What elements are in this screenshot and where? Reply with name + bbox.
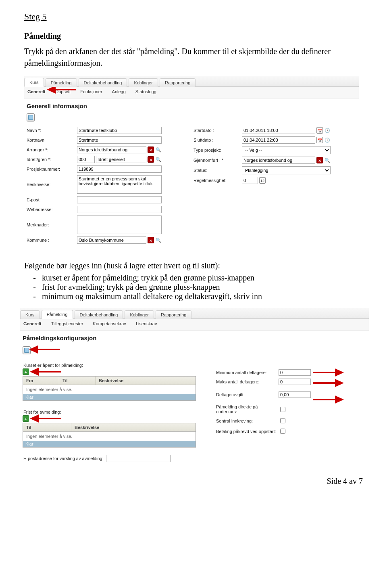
label-kortnavn: Kortnavn:	[27, 138, 77, 142]
mid-list: kurset er åpent for påmelding; trykk på …	[24, 273, 363, 301]
tab-rapportering[interactable]: Rapportering	[156, 310, 192, 319]
input-min-deltagere[interactable]	[279, 369, 311, 376]
label-navn: Navn *:	[27, 128, 77, 133]
tab-rapportering[interactable]: Rapportering	[160, 78, 196, 87]
input-epost[interactable]	[77, 196, 162, 203]
input-maks-deltagere[interactable]	[279, 379, 311, 385]
input-gjennomfort[interactable]	[242, 157, 315, 164]
tab-pamelding[interactable]: Påmelding	[42, 310, 73, 319]
clock-icon[interactable]	[324, 137, 331, 143]
input-avgift[interactable]	[279, 391, 311, 398]
sub-tabs-2: Generelt Tilleggstjenester Kompetansekra…	[20, 319, 369, 331]
input-web[interactable]	[77, 206, 162, 213]
calendar-icon[interactable]	[316, 127, 323, 134]
arrow-save	[29, 345, 60, 354]
input-arrangor[interactable]	[77, 146, 146, 153]
input-startdato[interactable]	[242, 127, 315, 134]
form-right: Startdato : Sluttdato : Type prosjekt: -…	[194, 127, 356, 244]
arrow-plus-1	[30, 368, 61, 376]
subtab-statuslogg[interactable]: Statuslogg	[134, 88, 158, 95]
checkbox-betaling[interactable]	[280, 429, 285, 434]
input-kortnavn[interactable]	[77, 136, 162, 144]
plus-icon[interactable]	[23, 368, 29, 375]
label-regel: Regelmessighet:	[194, 178, 242, 183]
input-navn[interactable]	[77, 127, 162, 134]
select-status[interactable]: Planlegging	[242, 166, 331, 174]
label-idrett: Idrett/gren *:	[27, 157, 77, 162]
plus-icon[interactable]	[23, 415, 29, 422]
clear-icon[interactable]	[148, 156, 154, 163]
label-epost: E-post:	[27, 197, 77, 202]
search-icon[interactable]	[155, 156, 162, 163]
subtab-oppsett[interactable]: Oppsett	[54, 88, 73, 95]
tab-koblinger[interactable]: Koblinger	[129, 78, 158, 87]
label-type: Type prosjekt:	[194, 148, 242, 153]
tab-pamelding[interactable]: Påmelding	[46, 78, 77, 87]
input-varsling-epost[interactable]	[106, 455, 171, 462]
save-icon[interactable]	[23, 346, 31, 354]
subtab-anlegg[interactable]: Anlegg	[110, 88, 127, 95]
checkbox-direkte[interactable]	[280, 407, 285, 412]
input-sluttdato[interactable]	[242, 136, 315, 144]
list-item: kurset er åpent for påmelding; trykk på …	[42, 273, 363, 282]
col-til: Til	[59, 377, 96, 385]
clear-icon[interactable]	[148, 146, 154, 153]
tab-koblinger[interactable]: Koblinger	[125, 310, 154, 319]
subtab-funksjoner[interactable]: Funksjoner	[79, 88, 104, 95]
label-prosjektnummer: Prosjektnummer:	[27, 167, 77, 172]
label-avgift: Deltageravgift:	[216, 392, 279, 397]
label-beskrivelse: Beskrivelse:	[27, 182, 77, 187]
input-idrett-kode[interactable]	[77, 156, 95, 163]
label-status: Status:	[194, 168, 242, 173]
number-icon[interactable]	[259, 177, 266, 184]
search-icon[interactable]	[155, 237, 162, 243]
table-empty: Ingen elementer å vise.	[23, 432, 196, 441]
label-frist: Frist for avmelding:	[23, 410, 204, 414]
subtab-lisens[interactable]: Lisenskrav	[134, 320, 159, 327]
panel2-right-fields: Minimum antall deltagere: Maks antall de…	[216, 357, 366, 463]
calendar-icon[interactable]	[316, 137, 323, 143]
checkbox-sentral[interactable]	[280, 418, 285, 423]
col-beskrivelse: Beskrivelse	[96, 377, 196, 385]
tab-kurs[interactable]: Kurs	[24, 78, 44, 87]
input-regelmessighet[interactable]	[242, 177, 258, 184]
input-kommune[interactable]	[77, 236, 146, 244]
subtab-kompetanse[interactable]: Kompetansekrav	[91, 320, 128, 327]
input-prosjektnummer[interactable]	[77, 165, 162, 173]
step-title: Steg 5	[24, 11, 363, 22]
form-left: Navn *: Kortnavn: Arrangør *: Idrett/gre…	[27, 127, 189, 244]
label-merknader: Merknader:	[27, 222, 77, 227]
label-maks-deltagere: Maks antall deltagere:	[216, 379, 279, 384]
table-empty: Ingen elementer å vise.	[23, 385, 196, 394]
tab-deltakerbehandling[interactable]: Deltakerbehandling	[79, 78, 127, 87]
label-varsling-epost: E-postadresse for varsling av avmelding:	[23, 456, 104, 461]
subtab-generelt[interactable]: Generelt	[26, 88, 47, 95]
col-beskrivelse: Beskrivelse	[71, 423, 196, 431]
input-merknader[interactable]	[77, 216, 162, 234]
clock-icon[interactable]	[324, 127, 331, 134]
arrow-plus-2	[30, 414, 61, 423]
tab-deltakerbehandling[interactable]: Deltakerbehandling	[75, 310, 123, 319]
clear-icon[interactable]	[316, 157, 323, 163]
input-idrett-navn[interactable]	[96, 156, 146, 163]
input-beskrivelse[interactable]: Startmøtet er en prosess som skal beviss…	[77, 175, 162, 194]
subtab-generelt[interactable]: Generelt	[22, 320, 43, 327]
label-sluttdato: Sluttdato :	[194, 138, 242, 142]
label-gjennomfort: Gjennomført i *:	[194, 158, 242, 163]
search-icon[interactable]	[155, 146, 162, 153]
panel-pameldingskonfigurasjon: Kurs Påmelding Deltakerbehandling Koblin…	[20, 308, 369, 465]
select-type-prosjekt[interactable]: -- Velg --	[242, 146, 331, 154]
label-sentral: Sentral innkreving:	[216, 419, 279, 423]
table-klar: Klar	[23, 441, 196, 447]
table-frist: Til Beskrivelse Ingen elementer å vise. …	[23, 423, 196, 448]
section-title-generell: Generell informasjon	[24, 98, 359, 113]
clear-icon[interactable]	[148, 237, 154, 243]
subtab-tillegg[interactable]: Tilleggstjenester	[50, 320, 85, 327]
save-icon[interactable]	[27, 113, 35, 121]
main-tabs: Kurs Påmelding Deltakerbehandling Koblin…	[24, 76, 359, 87]
search-icon[interactable]	[324, 157, 331, 163]
col-fra: Fra	[23, 377, 59, 385]
list-item: frist for avmelding; trykk på den grønne…	[42, 282, 363, 292]
intro-paragraph: Trykk på den arkfanen der det står "påme…	[24, 46, 363, 69]
tab-kurs[interactable]: Kurs	[20, 310, 40, 319]
